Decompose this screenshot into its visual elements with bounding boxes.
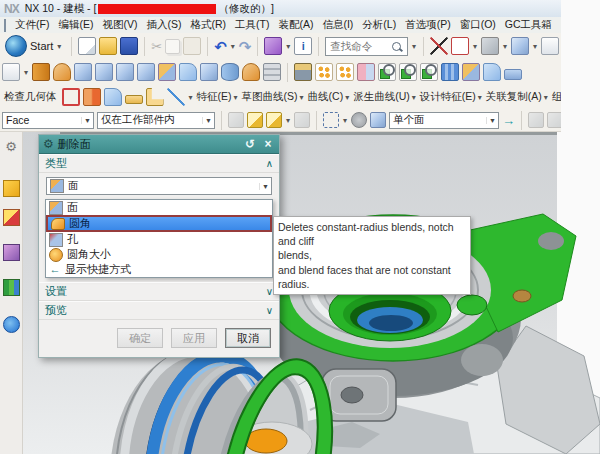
undo-button[interactable]: ↶ xyxy=(214,39,227,54)
stop-at-intersection-button[interactable]: → xyxy=(502,114,515,127)
snapshot-chevron-icon[interactable]: ▾ xyxy=(503,42,507,51)
highlight-button[interactable] xyxy=(247,112,263,128)
marquee-chevron-icon[interactable]: ▾ xyxy=(343,116,347,125)
sketch-chevron-icon[interactable]: ▾ xyxy=(24,68,28,77)
menu-file[interactable]: 文件(F) xyxy=(15,18,49,32)
menu-window[interactable]: 窗口(O) xyxy=(460,18,496,32)
constraint-navigator-icon[interactable] xyxy=(3,209,20,226)
menu-edit[interactable]: 编辑(E) xyxy=(58,18,93,32)
menu-assemblies[interactable]: 装配(A) xyxy=(278,18,313,32)
curve-analysis-button[interactable] xyxy=(167,88,185,106)
apply-button[interactable]: 应用 xyxy=(171,328,217,348)
dropdown-item-hole[interactable]: 孔 xyxy=(46,232,272,247)
hole-button[interactable] xyxy=(200,63,218,81)
highlight-related-button[interactable] xyxy=(266,112,282,128)
open-file-button[interactable] xyxy=(99,37,117,55)
menu-curve-group[interactable]: 曲线(C)▾ xyxy=(308,90,351,104)
revolve-button[interactable] xyxy=(53,63,71,81)
simple-interference-button[interactable] xyxy=(83,88,101,106)
roles-gear-icon[interactable]: ⚙ xyxy=(4,139,19,154)
snap-point-button[interactable] xyxy=(228,112,244,128)
measure-distance-button[interactable] xyxy=(125,95,143,104)
measure-angle-button[interactable] xyxy=(146,88,164,106)
trim-body-button[interactable] xyxy=(462,63,480,81)
marquee-select-button[interactable] xyxy=(323,112,339,128)
highlight-chevron-icon[interactable]: ▾ xyxy=(286,116,290,125)
undo-chevron-icon[interactable]: ▾ xyxy=(231,42,235,51)
menu-derived-curve-group[interactable]: 派生曲线(U)▾ xyxy=(353,90,417,104)
snapshot-button[interactable] xyxy=(481,37,499,55)
menu-insert[interactable]: 插入(S) xyxy=(146,18,181,32)
menu-gc-toolbox[interactable]: GC工具箱 xyxy=(505,18,552,32)
pattern-feature-button[interactable] xyxy=(315,63,333,81)
move-handle-button[interactable] xyxy=(528,112,544,128)
menu-information[interactable]: 信息(I) xyxy=(322,18,353,32)
pad-button[interactable] xyxy=(221,63,239,81)
dialog-header[interactable]: ⚙ 删除面 ↺ × xyxy=(39,135,279,154)
clip-section-button[interactable] xyxy=(541,37,559,55)
feature-group-button[interactable] xyxy=(263,63,281,81)
emboss-button[interactable] xyxy=(158,63,176,81)
menu-sketch-curve-group[interactable]: 草图曲线(S)▾ xyxy=(242,90,305,104)
redo-button[interactable]: ↷ xyxy=(239,39,252,54)
cylinder-button[interactable] xyxy=(95,63,113,81)
menu-preferences[interactable]: 首选项(P) xyxy=(405,18,451,32)
datum-csys-button[interactable] xyxy=(430,37,448,55)
cancel-button[interactable]: 取消 xyxy=(225,328,271,348)
settings-section-header[interactable]: 设置 ∨ xyxy=(39,282,279,301)
command-finder[interactable] xyxy=(325,37,408,56)
paste-button[interactable] xyxy=(183,37,201,55)
mirror-feature-button[interactable] xyxy=(357,63,375,81)
copy-button[interactable] xyxy=(165,39,180,54)
rotate-handle-button[interactable] xyxy=(547,112,561,128)
layout-chevron-icon[interactable]: ▾ xyxy=(473,42,477,51)
block-button[interactable] xyxy=(74,63,92,81)
dart-button[interactable] xyxy=(242,63,260,81)
extrude-button[interactable] xyxy=(32,63,50,81)
menu-format[interactable]: 格式(R) xyxy=(190,18,226,32)
dialog-close-button[interactable]: × xyxy=(261,137,275,151)
sketch-button[interactable] xyxy=(2,63,20,81)
menu-analysis[interactable]: 分析(L) xyxy=(362,18,396,32)
sweep-button[interactable] xyxy=(179,63,197,81)
menu-view[interactable]: 视图(V) xyxy=(102,18,137,32)
menu-tools[interactable]: 工具(T) xyxy=(235,18,269,32)
dropdown-item-blend[interactable]: 圆角 xyxy=(46,215,272,232)
part-navigator-icon[interactable] xyxy=(3,244,20,261)
save-button[interactable] xyxy=(120,37,138,55)
sew-button[interactable] xyxy=(441,63,459,81)
examine-geometry-label[interactable]: 检查几何体 xyxy=(4,90,57,104)
dialog-reset-button[interactable]: ↺ xyxy=(243,137,257,151)
solid-body-filter-button[interactable] xyxy=(370,112,386,128)
soft-pick-button[interactable] xyxy=(351,112,367,128)
pattern-geometry-button[interactable] xyxy=(336,63,354,81)
view-orient-cube-button[interactable] xyxy=(511,37,529,55)
view-chevron-icon[interactable]: ▾ xyxy=(533,42,537,51)
information-window-button[interactable]: i xyxy=(294,37,312,55)
dropdown-item-blend-size[interactable]: 圆角大小 xyxy=(46,247,272,262)
intersect-button[interactable] xyxy=(420,63,438,81)
show-hide-chevron-icon[interactable]: ▾ xyxy=(286,42,290,51)
type-section-header[interactable]: 类型 ∧ xyxy=(39,154,279,173)
ok-button[interactable]: 确定 xyxy=(117,328,163,348)
deviation-gauge-button[interactable] xyxy=(104,88,122,106)
dropdown-item-show-shortcuts[interactable]: ← 显示快捷方式 xyxy=(46,262,272,277)
start-button[interactable]: Start ▾ xyxy=(2,34,65,58)
new-file-button[interactable] xyxy=(78,37,96,55)
cut-button[interactable]: ✂ xyxy=(151,40,162,53)
assembly-navigator-icon[interactable] xyxy=(3,180,20,197)
examine-geometry-icon[interactable] xyxy=(62,88,80,106)
search-input[interactable] xyxy=(328,39,392,53)
selection-scope-combo[interactable]: 仅在工作部件内 ▼ xyxy=(97,112,215,129)
preview-section-header[interactable]: 预览 ∨ xyxy=(39,301,279,320)
show-hide-button[interactable] xyxy=(264,37,282,55)
datum-plane-button[interactable] xyxy=(294,63,312,81)
dropdown-item-face[interactable]: 面 xyxy=(46,200,272,215)
thicken-button[interactable] xyxy=(504,69,522,80)
type-value-combo[interactable]: 面 ▼ xyxy=(46,177,272,195)
unite-button[interactable] xyxy=(378,63,396,81)
reuse-library-icon[interactable] xyxy=(3,279,20,296)
face-rule-combo[interactable]: 单个面 ▼ xyxy=(389,112,499,129)
subtract-button[interactable] xyxy=(399,63,417,81)
internet-browser-icon[interactable] xyxy=(3,316,20,333)
